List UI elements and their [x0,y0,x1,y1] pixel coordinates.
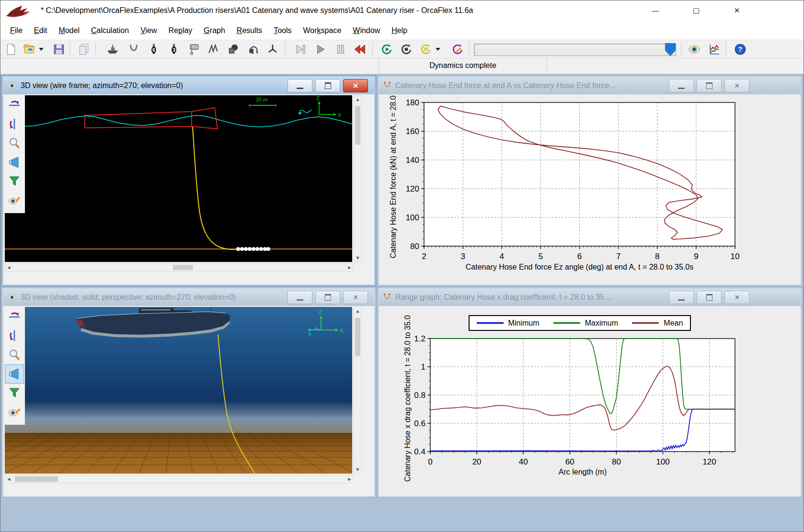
menu-item-results[interactable]: Results [231,23,268,38]
vertical-scrollbar[interactable]: ▲ ▼ [354,95,362,262]
help-button[interactable]: ? [733,42,748,57]
toolbar-separator [469,42,470,56]
scroll-right-arrow[interactable]: ► [346,264,353,271]
rewind-button[interactable] [352,42,368,57]
scrollbar-thumb[interactable] [173,265,193,270]
scrollbar-thumb[interactable] [355,106,360,145]
menu-item-graph[interactable]: Graph [198,23,230,38]
reset-simulation-button[interactable] [399,42,414,57]
rotate-view-z-button[interactable] [5,114,24,134]
shaded-view-button[interactable] [5,153,24,172]
step-replay-button[interactable] [293,42,308,57]
edit-view-button[interactable] [5,191,24,210]
new-3d-view-button[interactable] [687,42,702,57]
pause-dropdown-caret[interactable] [436,48,440,51]
panel-minimize-button[interactable] [287,291,312,304]
play-replay-button[interactable] [313,42,328,57]
new-link-button[interactable] [206,42,221,57]
panel-close-button[interactable]: ✕ [724,291,749,304]
new-shape-button[interactable] [226,42,241,57]
window-close-button[interactable]: ✕ [726,3,748,18]
scroll-down-arrow[interactable]: ▼ [354,466,361,473]
pause-replay-button[interactable] [333,42,348,57]
panel-minimize-button[interactable] [669,79,694,92]
horizontal-scrollbar[interactable]: ◄ ► [5,263,354,272]
menu-item-window[interactable]: Window [347,23,386,38]
force-graph-area[interactable]: 234567891080100120140160180 Catenary Hos… [379,94,801,284]
new-constraint-button[interactable] [246,42,261,57]
panel-minimize-button[interactable] [669,291,694,304]
panel-close-button[interactable]: ✕ [343,291,368,304]
axes-triad [318,101,336,116]
rotate-view-z-button[interactable] [5,326,24,345]
scroll-up-arrow[interactable]: ▲ [354,307,361,315]
view-toolbar [5,307,25,425]
panel-title: Catenary Hose End force at end A vs Cate… [395,81,616,90]
menu-item-tools[interactable]: Tools [268,23,297,38]
new-turbine-button[interactable] [265,42,280,57]
new-winch-button[interactable] [186,42,202,57]
panel-3d-shaded: 3D view (shaded; solid; perspective; azi… [1,287,376,498]
panel-close-button[interactable]: ✕ [724,79,749,92]
run-simulation-button[interactable] [379,42,394,57]
scroll-left-arrow[interactable]: ◄ [5,264,12,271]
rotate-view-x-button[interactable] [5,307,24,326]
menu-item-workspace[interactable]: Workspace [298,23,347,38]
menu-item-model[interactable]: Model [53,23,85,38]
panel-force-graph-titlebar[interactable]: Catenary Hose End force at end A vs Cate… [379,77,801,94]
svg-text:0.4: 0.4 [414,447,425,456]
copy-pages-button[interactable] [76,42,92,57]
zoom-view-button[interactable] [5,134,24,153]
panel-3d-wire-titlebar[interactable]: 3D view (wire frame; azimuth=270; elevat… [3,77,374,94]
new-vessel-button[interactable] [105,42,120,57]
panel-close-button[interactable]: ✕ [343,79,368,92]
scrollbar-thumb[interactable] [355,318,360,356]
menu-item-edit[interactable]: Edit [28,23,53,38]
scroll-right-arrow[interactable]: ► [346,475,353,483]
open-dropdown-caret[interactable] [39,48,44,51]
scroll-down-arrow[interactable]: ▼ [354,254,361,261]
shaded-3d-canvas[interactable]: Z X y [5,307,352,474]
window-minimize-button[interactable]: — [644,3,666,18]
menu-item-file[interactable]: File [4,23,28,38]
open-file-button[interactable] [22,42,37,57]
vertical-scrollbar[interactable]: ▲ ▼ [354,307,362,474]
scroll-up-arrow[interactable]: ▲ [354,96,361,103]
progress-marker-icon[interactable] [665,43,676,56]
wireframe-3d-canvas[interactable]: 20 m Z X [5,95,352,262]
panel-3d-shaded-titlebar[interactable]: 3D view (shaded; solid; perspective; azi… [3,289,374,306]
menu-item-view[interactable]: View [135,23,162,38]
shaded-view-button-selected[interactable] [5,364,24,384]
panel-minimize-button[interactable] [287,79,312,92]
filter-objects-button[interactable] [5,384,24,403]
panel-maximize-button[interactable] [697,291,722,304]
panel-maximize-button[interactable] [315,291,340,304]
menu-item-help[interactable]: Help [386,23,413,38]
edit-replay-button[interactable] [450,42,465,57]
new-line-button[interactable] [126,42,141,57]
panel-maximize-button[interactable] [697,79,722,92]
edit-view-button[interactable] [5,403,24,422]
results-graph-button[interactable] [707,42,722,57]
scroll-left-arrow[interactable]: ◄ [5,475,12,483]
panel-range-graph-titlebar[interactable]: Range graph: Catenary Hose x drag coeffi… [379,289,801,306]
new-6d-buoy-button[interactable]: 6 [146,42,161,57]
range-graph-area[interactable]: 0204060801001200.40.60.811.2 Minimum Max… [379,306,801,496]
force-graph-plot[interactable]: 234567891080100120140160180 [379,94,801,284]
horizontal-scrollbar[interactable]: ◄ ► [5,475,354,483]
new-3d-buoy-button[interactable]: 3 [166,42,182,57]
replay-progress-slider[interactable] [474,44,676,56]
save-button[interactable] [51,42,67,57]
filter-objects-button[interactable] [5,172,24,191]
pause-simulation-button[interactable] [418,42,434,57]
new-file-button[interactable] [3,42,19,57]
panel-maximize-button[interactable] [315,79,340,92]
scrollbar-thumb[interactable] [15,476,58,482]
window-maximize-button[interactable]: ▢ [685,3,707,18]
rotate-view-x-button[interactable] [5,95,24,114]
zoom-view-button[interactable] [5,345,24,364]
menu-item-replay[interactable]: Replay [163,23,198,38]
menu-item-calculation[interactable]: Calculation [85,23,135,38]
shaded-cone-icon [8,367,21,381]
window-titlebar[interactable]: * C:\Development\OrcaFlexExamples\A Prod… [0,0,804,22]
